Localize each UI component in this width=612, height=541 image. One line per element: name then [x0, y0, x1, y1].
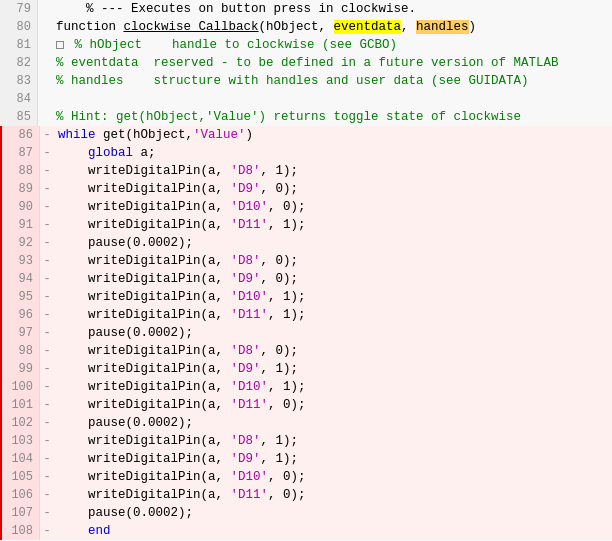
- line-dash: [38, 72, 52, 90]
- line-number: 99: [2, 360, 40, 378]
- line-content: % --- Executes on button press in clockw…: [52, 0, 612, 18]
- line-number: 89: [2, 180, 40, 198]
- line-dash: -: [40, 396, 54, 414]
- line-content: writeDigitalPin(a, 'D8', 1);: [54, 162, 612, 180]
- code-line-104: 104- writeDigitalPin(a, 'D9', 1);: [0, 450, 612, 468]
- line-dash: -: [40, 198, 54, 216]
- line-dash: -: [40, 486, 54, 504]
- line-content: % eventdata reserved - to be defined in …: [52, 54, 612, 72]
- code-line-83: 83% handles structure with handles and u…: [0, 72, 612, 90]
- code-line-79: 79 % --- Executes on button press in clo…: [0, 0, 612, 18]
- code-line-100: 100- writeDigitalPin(a, 'D10', 1);: [0, 378, 612, 396]
- line-number: 103: [2, 432, 40, 450]
- line-dash: -: [40, 126, 54, 144]
- line-content: writeDigitalPin(a, 'D10', 0);: [54, 198, 612, 216]
- line-number: 96: [2, 306, 40, 324]
- line-dash: -: [40, 288, 54, 306]
- code-line-94: 94- writeDigitalPin(a, 'D9', 0);: [0, 270, 612, 288]
- line-number: 107: [2, 504, 40, 522]
- line-content: writeDigitalPin(a, 'D9', 0);: [54, 180, 612, 198]
- line-dash: [38, 108, 52, 126]
- line-dash: [38, 54, 52, 72]
- code-line-85: 85% Hint: get(hObject,'Value') returns t…: [0, 108, 612, 126]
- code-line-86: 86-while get(hObject,'Value'): [0, 126, 612, 144]
- line-number: 80: [0, 18, 38, 36]
- line-content: % handles structure with handles and use…: [52, 72, 612, 90]
- line-number: 90: [2, 198, 40, 216]
- line-content: global a;: [54, 144, 612, 162]
- line-dash: -: [40, 468, 54, 486]
- code-line-82: 82% eventdata reserved - to be defined i…: [0, 54, 612, 72]
- line-content: writeDigitalPin(a, 'D8', 0);: [54, 342, 612, 360]
- line-number: 100: [2, 378, 40, 396]
- line-number: 83: [0, 72, 38, 90]
- line-number: 97: [2, 324, 40, 342]
- line-content: while get(hObject,'Value'): [54, 126, 612, 144]
- code-line-102: 102- pause(0.0002);: [0, 414, 612, 432]
- code-line-106: 106- writeDigitalPin(a, 'D11', 0);: [0, 486, 612, 504]
- line-dash: -: [40, 360, 54, 378]
- code-line-108: 108- end: [0, 522, 612, 540]
- line-number: 85: [0, 108, 38, 126]
- line-dash: -: [40, 342, 54, 360]
- line-dash: -: [40, 414, 54, 432]
- code-line-88: 88- writeDigitalPin(a, 'D8', 1);: [0, 162, 612, 180]
- line-number: 86: [2, 126, 40, 144]
- code-line-103: 103- writeDigitalPin(a, 'D8', 1);: [0, 432, 612, 450]
- line-content: writeDigitalPin(a, 'D9', 1);: [54, 450, 612, 468]
- line-number: 88: [2, 162, 40, 180]
- code-line-99: 99- writeDigitalPin(a, 'D9', 1);: [0, 360, 612, 378]
- line-number: 98: [2, 342, 40, 360]
- line-number: 84: [0, 90, 38, 108]
- code-line-107: 107- pause(0.0002);: [0, 504, 612, 522]
- line-number: 102: [2, 414, 40, 432]
- line-number: 91: [2, 216, 40, 234]
- line-dash: [38, 90, 52, 108]
- code-line-93: 93- writeDigitalPin(a, 'D8', 0);: [0, 252, 612, 270]
- line-content: pause(0.0002);: [54, 234, 612, 252]
- line-dash: -: [40, 306, 54, 324]
- line-content: writeDigitalPin(a, 'D10', 1);: [54, 288, 612, 306]
- line-dash: -: [40, 162, 54, 180]
- line-content: % hObject handle to clockwise (see GCBO): [52, 36, 612, 54]
- line-dash: -: [40, 144, 54, 162]
- line-number: 81: [0, 36, 38, 54]
- line-dash: -: [40, 216, 54, 234]
- line-number: 93: [2, 252, 40, 270]
- line-content: end: [54, 522, 612, 540]
- line-dash: [38, 0, 52, 18]
- code-line-80: 80function clockwise_Callback(hObject, e…: [0, 18, 612, 36]
- line-content: pause(0.0002);: [54, 504, 612, 522]
- line-content: writeDigitalPin(a, 'D9', 0);: [54, 270, 612, 288]
- code-line-95: 95- writeDigitalPin(a, 'D10', 1);: [0, 288, 612, 306]
- line-dash: -: [40, 324, 54, 342]
- line-dash: -: [40, 234, 54, 252]
- line-content: writeDigitalPin(a, 'D9', 1);: [54, 360, 612, 378]
- line-content: writeDigitalPin(a, 'D11', 1);: [54, 216, 612, 234]
- line-dash: [38, 18, 52, 36]
- line-number: 101: [2, 396, 40, 414]
- code-line-87: 87- global a;: [0, 144, 612, 162]
- line-number: 87: [2, 144, 40, 162]
- line-dash: -: [40, 450, 54, 468]
- line-number: 95: [2, 288, 40, 306]
- line-content: writeDigitalPin(a, 'D11', 0);: [54, 396, 612, 414]
- code-line-89: 89- writeDigitalPin(a, 'D9', 0);: [0, 180, 612, 198]
- line-dash: [38, 36, 52, 54]
- line-number: 92: [2, 234, 40, 252]
- line-content: % Hint: get(hObject,'Value') returns tog…: [52, 108, 612, 126]
- line-content: writeDigitalPin(a, 'D10', 0);: [54, 468, 612, 486]
- code-line-90: 90- writeDigitalPin(a, 'D10', 0);: [0, 198, 612, 216]
- code-line-81: 81 % hObject handle to clockwise (see GC…: [0, 36, 612, 54]
- line-dash: -: [40, 522, 54, 540]
- line-number: 79: [0, 0, 38, 18]
- code-line-84: 84: [0, 90, 612, 108]
- line-content: [52, 90, 612, 108]
- code-line-96: 96- writeDigitalPin(a, 'D11', 1);: [0, 306, 612, 324]
- code-line-105: 105- writeDigitalPin(a, 'D10', 0);: [0, 468, 612, 486]
- line-number: 82: [0, 54, 38, 72]
- line-dash: -: [40, 270, 54, 288]
- line-dash: -: [40, 432, 54, 450]
- line-dash: -: [40, 252, 54, 270]
- line-content: writeDigitalPin(a, 'D11', 0);: [54, 486, 612, 504]
